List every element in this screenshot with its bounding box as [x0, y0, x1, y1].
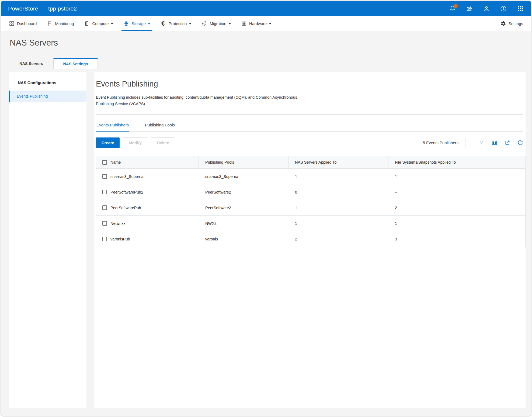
export-icon[interactable]	[504, 140, 510, 146]
migration-icon	[201, 21, 207, 26]
settings-label: Settings	[509, 21, 523, 26]
table-row[interactable]: PeerSoftwarePub PeerSoftware2 1 2	[96, 200, 525, 216]
topbar-icon-group: ?	[449, 5, 524, 12]
chevron-down-icon	[111, 23, 113, 25]
row-checkbox[interactable]	[102, 190, 107, 194]
gear-icon	[500, 21, 506, 26]
select-all-checkbox[interactable]	[102, 160, 107, 165]
nav-item-hardware[interactable]: Hardware	[241, 16, 271, 31]
brand-divider	[43, 5, 43, 12]
nav-item-migration[interactable]: Migration	[201, 16, 231, 31]
page-title: NAS Servers	[10, 38, 531, 48]
column-header-file-systems[interactable]: File Systems/Snapshots Applied To	[388, 156, 526, 168]
sidebar-item-events-publishing[interactable]: Events Publishing	[9, 91, 86, 102]
main-panel: Events Publishing Event Publishing inclu…	[94, 72, 526, 408]
subtab-bar: Events Publishers Publishing Pools	[96, 120, 523, 132]
delete-button[interactable]: Delete	[151, 137, 175, 148]
cell-publishing-pools: sna-nas3_Superna	[199, 169, 288, 184]
row-checkbox[interactable]	[102, 174, 107, 179]
cell-publishing-pools: PeerSoftware2	[199, 184, 288, 200]
tab-nas-settings[interactable]: NAS Settings	[53, 58, 98, 69]
tab-nas-servers[interactable]: NAS Servers	[9, 58, 53, 69]
table-row[interactable]: PeerSoftwarePub2 PeerSoftware2 0 --	[96, 184, 525, 200]
column-label: File Systems/Snapshots Applied To	[395, 160, 456, 164]
cell-file-systems: --	[388, 184, 526, 200]
column-header-nas-servers[interactable]: NAS Servers Applied To	[288, 156, 388, 168]
table-row[interactable]: Netwrixx NWX2 1 1	[96, 216, 525, 231]
cell-name: PeerSoftwarePub	[96, 200, 199, 215]
cell-nas-servers: 2	[288, 231, 388, 247]
hardware-icon	[241, 21, 247, 26]
column-label: NAS Servers Applied To	[295, 160, 336, 164]
cell-nas-servers: 1	[288, 200, 388, 215]
row-checkbox[interactable]	[102, 237, 107, 241]
settings-button[interactable]: Settings	[500, 21, 523, 26]
filter-icon[interactable]	[478, 140, 485, 146]
subtab-events-publishers[interactable]: Events Publishers	[96, 120, 129, 132]
main-nav: Dashboard Monitoring Compute Storage	[1, 16, 531, 31]
svg-text:?: ?	[502, 7, 505, 11]
notifications-icon[interactable]	[449, 5, 456, 12]
nav-label: Protection	[169, 21, 187, 26]
toolbar-divider	[465, 138, 465, 147]
refresh-icon[interactable]	[517, 140, 523, 146]
nav-label: Dashboard	[17, 21, 37, 26]
cell-value: PeerSoftwarePub2	[110, 190, 143, 194]
nav-item-dashboard[interactable]: Dashboard	[9, 16, 37, 31]
column-header-publishing-pools[interactable]: Publishing Pools	[199, 156, 288, 168]
item-count: 5 Events Publishers	[423, 140, 458, 145]
apps-icon[interactable]	[517, 5, 524, 12]
cell-value: varonisPub	[110, 237, 130, 241]
nav-label: Compute	[92, 21, 109, 26]
storage-icon	[123, 21, 129, 26]
cell-value: sna-nas3_Superna	[110, 174, 144, 179]
content-panels: NAS Configurations Events Publishing Eve…	[9, 72, 525, 408]
cell-file-systems: 3	[388, 231, 526, 247]
cell-file-systems: 1	[388, 169, 526, 184]
nav-item-protection[interactable]: Protection	[161, 16, 192, 31]
row-checkbox[interactable]	[102, 205, 107, 210]
cell-value: PeerSoftwarePub	[110, 206, 141, 210]
chevron-down-icon	[189, 23, 191, 25]
create-button[interactable]: Create	[96, 137, 120, 148]
cell-publishing-pools: varonis	[199, 231, 288, 247]
subtab-publishing-pools[interactable]: Publishing Pools	[144, 120, 175, 132]
cell-value: Netwrixx	[110, 221, 126, 226]
nav-item-compute[interactable]: Compute	[84, 16, 113, 31]
nav-label: Storage	[131, 21, 146, 26]
nav-label: Migration	[210, 21, 226, 26]
nav-item-monitoring[interactable]: Monitoring	[47, 16, 74, 31]
top-bar: PowerStore tpp-pstore2	[1, 1, 531, 16]
toolbar-right: 5 Events Publishers	[423, 138, 523, 147]
jobs-icon[interactable]	[466, 5, 473, 12]
user-icon[interactable]	[483, 5, 490, 12]
sidebar-heading: NAS Configurations	[18, 80, 86, 85]
tab-bar: NAS Servers NAS Settings	[9, 58, 531, 69]
row-checkbox[interactable]	[102, 221, 107, 226]
description-line-2: Publishing Service (VCAPS)	[96, 101, 526, 107]
dashboard-icon	[9, 21, 15, 26]
compute-icon	[84, 21, 90, 26]
nav-label: Hardware	[249, 21, 267, 26]
table-row[interactable]: sna-nas3_Superna sna-nas3_Superna 1 1	[96, 169, 525, 184]
chevron-down-icon	[148, 23, 150, 25]
section-description: Event Publishing includes sub-facilities…	[96, 94, 526, 107]
nav-label: Monitoring	[55, 21, 74, 26]
cell-publishing-pools: NWX2	[199, 216, 288, 231]
help-icon[interactable]: ?	[500, 5, 507, 12]
columns-icon[interactable]	[491, 140, 498, 146]
column-label: Publishing Pools	[205, 160, 234, 164]
section-divider	[96, 114, 523, 115]
cell-nas-servers: 1	[288, 169, 388, 184]
nav-item-storage[interactable]: Storage	[123, 16, 150, 31]
brand-name: PowerStore	[8, 5, 38, 12]
cell-nas-servers: 0	[288, 184, 388, 200]
column-header-name[interactable]: Name	[96, 156, 199, 168]
cell-name: varonisPub	[96, 231, 199, 247]
system-name: tpp-pstore2	[48, 5, 77, 12]
notification-badge	[454, 4, 458, 8]
toolbar: Create Modify Delete 5 Events Publishers	[96, 137, 523, 148]
app-window: PowerStore tpp-pstore2	[1, 1, 531, 416]
table-row[interactable]: varonisPub varonis 2 3	[96, 231, 525, 247]
modify-button[interactable]: Modify	[123, 137, 147, 148]
